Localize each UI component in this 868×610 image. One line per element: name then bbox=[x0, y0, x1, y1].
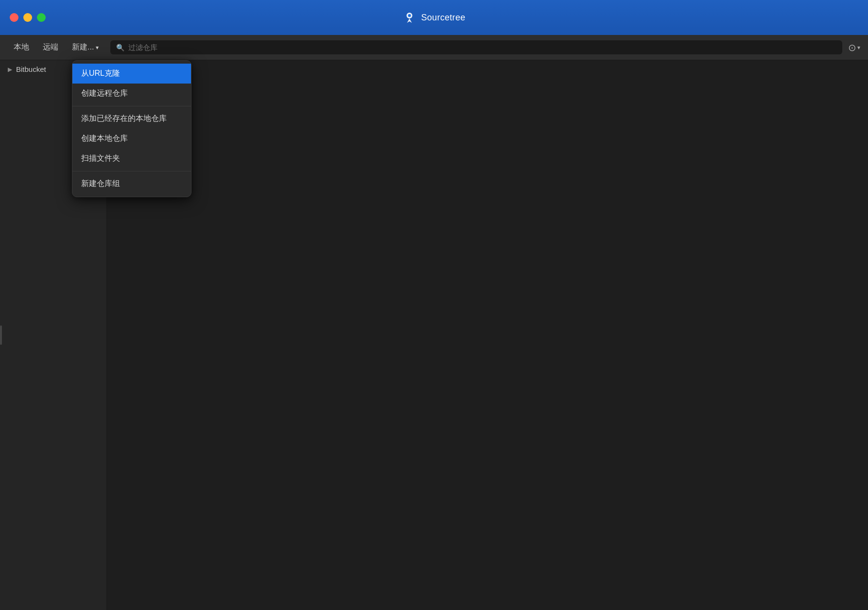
local-tab[interactable]: 本地 bbox=[8, 39, 35, 55]
remote-tab[interactable]: 远端 bbox=[37, 39, 64, 55]
new-button-label: 新建... bbox=[72, 42, 94, 52]
chevron-right-icon: ▶ bbox=[8, 66, 12, 73]
app-name: Sourcetree bbox=[421, 13, 465, 23]
traffic-lights bbox=[0, 13, 46, 22]
sidebar-item-label: Bitbucket bbox=[16, 65, 46, 73]
toolbar: 本地 远端 新建... ▾ 🔍 ⊙ ▾ bbox=[0, 35, 868, 60]
svg-point-1 bbox=[408, 14, 411, 17]
account-chevron-icon: ▾ bbox=[857, 44, 860, 51]
menu-item-scan-folder[interactable]: 扫描文件夹 bbox=[72, 149, 191, 169]
menu-item-new-group[interactable]: 新建仓库组 bbox=[72, 174, 191, 194]
menu-item-create-remote[interactable]: 创建远程仓库 bbox=[72, 84, 191, 103]
close-button[interactable] bbox=[10, 13, 18, 22]
menu-item-clone-url[interactable]: 从URL克隆 bbox=[72, 64, 191, 84]
app-icon bbox=[402, 11, 416, 24]
maximize-button[interactable] bbox=[37, 13, 46, 22]
main-content bbox=[107, 60, 868, 610]
new-button[interactable]: 新建... ▾ bbox=[66, 39, 104, 55]
menu-divider-2 bbox=[72, 171, 191, 171]
menu-item-add-local[interactable]: 添加已经存在的本地仓库 bbox=[72, 109, 191, 129]
account-button[interactable]: ⊙ ▾ bbox=[848, 42, 860, 53]
search-icon: 🔍 bbox=[116, 44, 124, 51]
new-dropdown-menu: 从URL克隆 创建远程仓库 添加已经存在的本地仓库 创建本地仓库 扫描文件夹 新… bbox=[72, 60, 191, 197]
scroll-indicator bbox=[0, 325, 2, 345]
menu-divider-1 bbox=[72, 106, 191, 106]
menu-item-create-local[interactable]: 创建本地仓库 bbox=[72, 129, 191, 149]
chevron-down-icon: ▾ bbox=[96, 44, 99, 51]
account-icon: ⊙ bbox=[848, 42, 856, 53]
title-bar: Sourcetree bbox=[0, 0, 868, 35]
search-input[interactable] bbox=[128, 43, 836, 51]
search-container: 🔍 bbox=[110, 40, 842, 54]
app-title-area: Sourcetree bbox=[402, 11, 465, 24]
minimize-button[interactable] bbox=[23, 13, 32, 22]
